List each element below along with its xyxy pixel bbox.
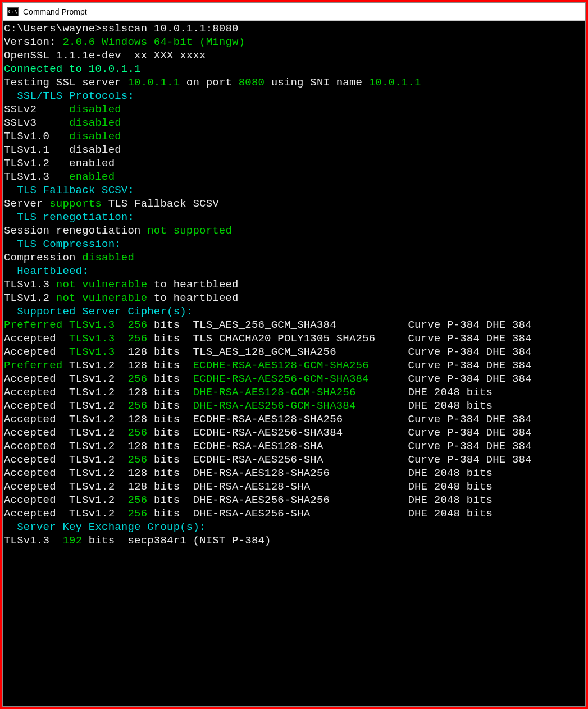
terminal-line: TLSv1.1 disabled — [4, 143, 585, 157]
terminal-output[interactable]: C:\Users\wayne>sslscan 10.0.1.1:8080Vers… — [3, 21, 585, 706]
terminal-line: Accepted TLSv1.2 128 bits ECDHE-RSA-AES1… — [4, 413, 585, 426]
terminal-line: Accepted TLSv1.2 128 bits DHE-RSA-AES128… — [4, 480, 585, 493]
terminal-line: Accepted TLSv1.2 256 bits DHE-RSA-AES256… — [4, 507, 585, 520]
terminal-line: Accepted TLSv1.2 256 bits ECDHE-RSA-AES2… — [4, 453, 585, 466]
terminal-line: Accepted TLSv1.3 128 bits TLS_AES_128_GC… — [4, 345, 585, 359]
command-prompt-window: C:\ Command Prompt C:\Users\wayne>sslsca… — [2, 2, 586, 707]
cmd-icon: C:\ — [7, 7, 19, 16]
terminal-line: Server supports TLS Fallback SCSV — [4, 197, 585, 211]
terminal-line: Testing SSL server 10.0.1.1 on port 8080… — [4, 76, 585, 89]
terminal-line: Accepted TLSv1.2 256 bits DHE-RSA-AES256… — [4, 493, 585, 507]
terminal-line: Compression disabled — [4, 251, 585, 264]
terminal-line: TLSv1.2 enabled — [4, 157, 585, 170]
terminal-line: TLSv1.2 not vulnerable to heartbleed — [4, 291, 585, 305]
window-title: Command Prompt — [23, 7, 87, 16]
terminal-line: Accepted TLSv1.3 256 bits TLS_CHACHA20_P… — [4, 332, 585, 345]
terminal-line: Accepted TLSv1.2 256 bits ECDHE-RSA-AES2… — [4, 372, 585, 386]
terminal-line: Heartbleed: — [4, 264, 585, 278]
titlebar[interactable]: C:\ Command Prompt — [3, 3, 585, 21]
terminal-line: Accepted TLSv1.2 128 bits DHE-RSA-AES128… — [4, 466, 585, 480]
terminal-line: SSLv2 disabled — [4, 103, 585, 116]
terminal-line: Preferred TLSv1.3 256 bits TLS_AES_256_G… — [4, 318, 585, 332]
terminal-line: Supported Server Cipher(s): — [4, 305, 585, 318]
terminal-line: Version: 2.0.6 Windows 64-bit (Mingw) — [4, 35, 585, 49]
terminal-line: Connected to 10.0.1.1 — [4, 62, 585, 76]
terminal-line: Session renegotiation not supported — [4, 224, 585, 237]
terminal-line: TLSv1.3 enabled — [4, 170, 585, 184]
terminal-line: SSL/TLS Protocols: — [4, 89, 585, 103]
terminal-line: OpenSSL 1.1.1e-dev xx XXX xxxx — [4, 49, 585, 62]
terminal-line: C:\Users\wayne>sslscan 10.0.1.1:8080 — [4, 22, 585, 35]
terminal-line: SSLv3 disabled — [4, 116, 585, 130]
terminal-line: Preferred TLSv1.2 128 bits ECDHE-RSA-AES… — [4, 359, 585, 372]
terminal-line: Accepted TLSv1.2 128 bits DHE-RSA-AES128… — [4, 386, 585, 399]
terminal-line: TLS Fallback SCSV: — [4, 184, 585, 197]
terminal-line: Accepted TLSv1.2 256 bits ECDHE-RSA-AES2… — [4, 426, 585, 440]
terminal-line: TLS Compression: — [4, 237, 585, 251]
terminal-line: Server Key Exchange Group(s): — [4, 520, 585, 534]
terminal-line: Accepted TLSv1.2 128 bits ECDHE-RSA-AES1… — [4, 440, 585, 453]
terminal-line: TLSv1.0 disabled — [4, 130, 585, 143]
terminal-line: TLS renegotiation: — [4, 211, 585, 224]
terminal-line: TLSv1.3 192 bits secp384r1 (NIST P-384) — [4, 534, 585, 547]
terminal-line: Accepted TLSv1.2 256 bits DHE-RSA-AES256… — [4, 399, 585, 413]
terminal-line: TLSv1.3 not vulnerable to heartbleed — [4, 278, 585, 291]
